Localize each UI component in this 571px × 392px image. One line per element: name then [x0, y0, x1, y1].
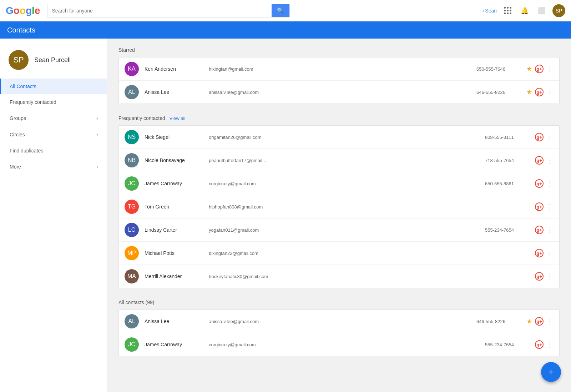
contact-name: Tom Green — [145, 204, 209, 210]
table-row: AL Anissa Lee anissa.v.lee@gmail.com 646… — [119, 310, 559, 333]
contact-actions: ★ g+ ⋮ — [526, 65, 554, 73]
table-row: NS Nick Siegel origamifan26@gmail.com 80… — [119, 126, 559, 149]
more-options-icon[interactable]: ⋮ — [546, 317, 554, 326]
sidebar-item-label: All Contacts — [10, 84, 36, 89]
grid-icon — [504, 7, 511, 14]
contact-name: Anissa Lee — [145, 89, 209, 95]
more-options-icon[interactable]: ⋮ — [546, 340, 554, 349]
more-options-icon[interactable]: ⋮ — [546, 88, 554, 96]
contact-phone: 718-555-7654 — [485, 158, 535, 163]
plus-sean-link[interactable]: +Sean — [482, 8, 497, 14]
search-bar: 🔍 — [47, 4, 290, 17]
search-icon: 🔍 — [277, 7, 284, 14]
more-options-icon[interactable]: ⋮ — [546, 65, 554, 73]
more-options-icon[interactable]: ⋮ — [546, 226, 554, 234]
star-icon[interactable]: ★ — [526, 88, 532, 96]
sidebar: SP Sean Purcell All Contacts Frequently … — [0, 39, 107, 392]
add-contact-fab[interactable]: + — [541, 362, 561, 382]
table-row: KA Keri Andersen hikingfan@gmail.com 650… — [119, 57, 559, 81]
starred-section: Starred KA Keri Andersen hikingfan@gmail… — [118, 47, 560, 104]
user-profile: SP Sean Purcell — [0, 44, 107, 79]
more-options-icon[interactable]: ⋮ — [546, 156, 554, 165]
google-plus-icon[interactable]: g+ — [535, 133, 544, 141]
notifications-button[interactable]: 🔔 — [518, 4, 531, 17]
contact-actions: g+ ⋮ — [535, 202, 554, 211]
google-plus-icon[interactable]: g+ — [535, 226, 544, 234]
contact-name: Nicole Bonsavage — [145, 157, 209, 163]
frequently-contacted-section: Frequently contacted View all NS Nick Si… — [118, 115, 560, 288]
all-contacts-section-title: All contacts (99) — [118, 300, 560, 305]
contact-actions: ★ g+ ⋮ — [526, 317, 554, 326]
user-avatar-top[interactable]: SP — [552, 4, 565, 17]
search-button[interactable]: 🔍 — [272, 4, 289, 17]
chevron-right-icon: › — [96, 115, 98, 121]
google-plus-icon[interactable]: g+ — [535, 202, 544, 211]
table-row: TG Tom Green hiphopfan808@gmail.com g+ ⋮ — [119, 195, 559, 218]
frequently-contact-card: NS Nick Siegel origamifan26@gmail.com 80… — [118, 125, 560, 288]
google-plus-icon[interactable]: g+ — [535, 249, 544, 257]
more-options-icon[interactable]: ⋮ — [546, 179, 554, 188]
more-options-icon[interactable]: ⋮ — [546, 202, 554, 211]
star-icon[interactable]: ★ — [526, 65, 532, 73]
more-options-icon[interactable]: ⋮ — [546, 133, 554, 141]
sidebar-item-all-contacts[interactable]: All Contacts — [0, 79, 107, 94]
contact-avatar: NS — [125, 130, 139, 144]
share-button[interactable]: ⬜ — [535, 4, 548, 17]
contact-avatar: KA — [125, 62, 139, 76]
sidebar-item-label: Groups — [10, 115, 26, 121]
table-row: JC James Carroway corgicrazy@gmail.com 6… — [119, 172, 559, 195]
chevron-right-icon: › — [96, 164, 98, 170]
sidebar-user-name: Sean Purcell — [34, 56, 71, 64]
more-options-icon[interactable]: ⋮ — [546, 272, 554, 281]
contact-actions: g+ ⋮ — [535, 249, 554, 257]
sidebar-item-circles[interactable]: Circles › — [0, 126, 107, 143]
table-row: MP Michael Potts bikingfan22@gmail.com g… — [119, 242, 559, 265]
main-content: Starred KA Keri Andersen hikingfan@gmail… — [107, 39, 571, 392]
contact-email: hockeyfanatic30@gmail.com — [209, 274, 485, 279]
top-right-actions: +Sean 🔔 ⬜ SP — [482, 4, 565, 17]
apps-button[interactable] — [501, 4, 514, 17]
sidebar-user-avatar: SP — [9, 50, 29, 70]
sidebar-item-groups[interactable]: Groups › — [0, 110, 107, 126]
contact-email: corgicrazy@gmail.com — [209, 342, 485, 347]
contact-phone: 650-555-7646 — [476, 66, 526, 72]
google-plus-icon[interactable]: g+ — [535, 340, 544, 349]
google-plus-icon[interactable]: g+ — [535, 156, 544, 165]
contact-phone: 808-555-3111 — [485, 135, 535, 140]
avatar-image: SP — [556, 8, 562, 14]
contact-avatar: MP — [125, 246, 139, 260]
google-logo: Google — [6, 5, 40, 16]
contact-actions: g+ ⋮ — [535, 179, 554, 188]
google-plus-icon[interactable]: g+ — [535, 65, 544, 73]
more-options-icon[interactable]: ⋮ — [546, 249, 554, 257]
contact-actions: g+ ⋮ — [535, 340, 554, 349]
contact-email: corgicrazy@gmail.com — [209, 181, 485, 186]
star-icon[interactable]: ★ — [526, 317, 532, 325]
contact-name: James Carroway — [145, 181, 209, 186]
sidebar-item-find-duplicates[interactable]: Find duplicates — [0, 143, 107, 159]
sidebar-item-more[interactable]: More › — [0, 159, 107, 175]
frequently-section-title: Frequently contacted — [118, 115, 165, 121]
contact-email: anissa.v.lee@gmail.com — [209, 90, 476, 95]
contacts-header: Contacts — [0, 21, 571, 39]
sidebar-item-label: More — [10, 164, 21, 170]
contact-name: Lindsay Carter — [145, 227, 209, 233]
top-bar: Google 🔍 +Sean 🔔 ⬜ SP — [0, 0, 571, 21]
contact-phone: 555-234-7654 — [485, 227, 535, 233]
contact-actions: g+ ⋮ — [535, 156, 554, 165]
search-input[interactable] — [47, 4, 272, 17]
view-all-link[interactable]: View all — [170, 116, 186, 121]
google-plus-icon[interactable]: g+ — [535, 179, 544, 188]
google-plus-icon[interactable]: g+ — [535, 272, 544, 281]
google-plus-icon[interactable]: g+ — [535, 88, 544, 96]
sidebar-item-label: Circles — [10, 132, 25, 137]
sidebar-item-label: Frequently contacted — [10, 99, 56, 105]
contact-phone: 646-555-8226 — [476, 319, 526, 324]
contact-actions: g+ ⋮ — [535, 272, 554, 281]
table-row: LC Lindsay Carter yogafan011@gmail.com 5… — [119, 218, 559, 242]
google-plus-icon[interactable]: g+ — [535, 317, 544, 326]
contact-email: origamifan26@gmail.com — [209, 135, 485, 140]
sidebar-item-frequently-contacted[interactable]: Frequently contacted — [0, 94, 107, 110]
main-layout: SP Sean Purcell All Contacts Frequently … — [0, 39, 571, 392]
avatar-initials: SP — [13, 55, 24, 65]
